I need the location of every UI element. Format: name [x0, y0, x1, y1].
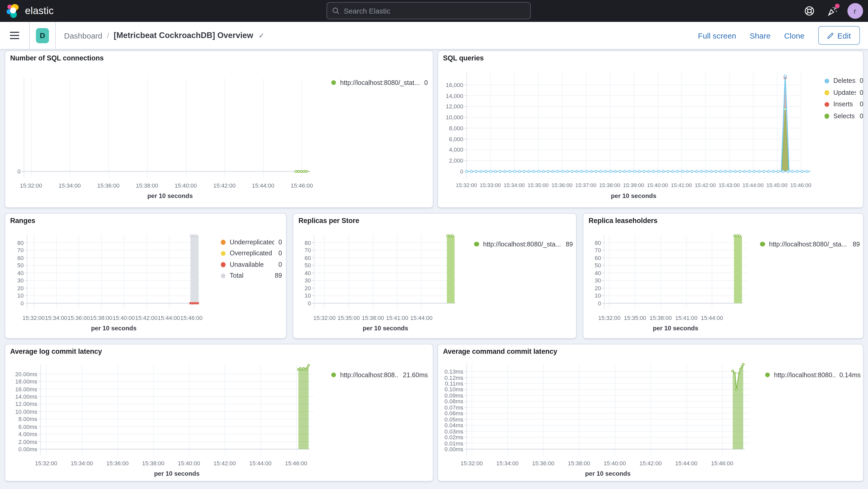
chart-replica-leaseholders: 8070605040302010015:32:0015:35:0015:38:0… — [583, 214, 863, 338]
x-tick-label: 15:36:00 — [93, 182, 124, 189]
x-tick-label: 15:34:00 — [492, 460, 523, 466]
legend-item[interactable]: Updates0 — [824, 87, 863, 98]
share-button[interactable]: Share — [750, 31, 771, 40]
panel-title: Number of SQL connections — [10, 54, 104, 62]
legend-item[interactable]: http://localhost:808...21.60ms — [331, 369, 428, 380]
y-tick-label: 14,000 — [439, 92, 463, 99]
legend-value: 0 — [856, 89, 863, 96]
avatar[interactable]: r — [847, 3, 863, 19]
legend-value: 0 — [274, 250, 282, 257]
y-tick-label: 80 — [584, 239, 601, 246]
space-badge[interactable]: D — [36, 28, 49, 43]
panel-replicas-per-store: 8070605040302010015:32:0015:35:0015:38:0… — [293, 213, 576, 339]
legend-item[interactable]: Underreplicated0 — [221, 237, 282, 248]
y-tick-label: 50 — [294, 262, 311, 268]
x-tick-label: 15:44:00 — [406, 315, 437, 321]
legend-item[interactable]: Overreplicated0 — [221, 248, 282, 259]
edit-button[interactable]: Edit — [818, 26, 860, 45]
check-icon[interactable]: ✓ — [258, 31, 264, 40]
elastic-logo-icon — [6, 4, 21, 18]
x-axis-title: per 10 seconds — [556, 470, 660, 477]
legend-item[interactable]: Unavailable0 — [221, 259, 282, 270]
divider — [55, 22, 56, 49]
legend-value: 0 — [274, 261, 282, 268]
panel-average-command-commit-latency: 0.13ms0.12ms0.11ms0.10ms0.09ms0.08ms0.07… — [437, 344, 864, 482]
legend-value: 0 — [274, 239, 282, 246]
legend-dot — [331, 372, 336, 377]
legend-item[interactable]: Inserts0 — [824, 98, 863, 110]
panel-number-of-sql-connections: 015:32:0015:34:0015:36:0015:38:0015:40:0… — [4, 51, 433, 208]
legend-item[interactable]: http://localhost:8080/_sta...89 — [760, 239, 860, 250]
y-tick-label: 40 — [584, 270, 601, 276]
y-tick-label: 0 — [439, 168, 463, 175]
x-tick-label: 15:42:00 — [209, 460, 240, 466]
y-tick-label: 4.00ms — [6, 431, 37, 437]
y-tick-label: 20 — [6, 285, 24, 291]
x-tick-label: 15:38:00 — [563, 460, 594, 466]
x-tick-label: 15:44:00 — [247, 182, 279, 189]
panel-title: Replica leaseholders — [589, 217, 658, 224]
chart-legend: Underreplicated0Overreplicated0Unavailab… — [221, 237, 282, 281]
y-tick-label: 70 — [294, 247, 311, 253]
y-tick-label: 4,000 — [439, 147, 463, 153]
x-tick-label: 15:32:00 — [16, 182, 46, 189]
legend-label: Inserts — [833, 101, 853, 108]
legend-label: Underreplicated — [230, 239, 274, 246]
search-placeholder: Search Elastic — [344, 6, 391, 15]
legend-dot — [221, 262, 225, 267]
breadcrumb-dashboard[interactable]: Dashboard — [64, 31, 102, 40]
y-tick-label: 2,000 — [439, 157, 463, 163]
search-input[interactable]: Search Elastic — [327, 2, 531, 19]
legend-item[interactable]: Deletes0 — [824, 75, 863, 87]
menu-icon[interactable] — [10, 32, 19, 39]
y-tick-label: 0.05ms — [439, 416, 463, 422]
panel-title: Average log commit latency — [10, 347, 102, 355]
legend-item[interactable]: http://localhost:8080/_stat...0 — [331, 77, 428, 88]
legend-label: Total — [230, 272, 244, 279]
legend-item[interactable]: Total89 — [221, 270, 282, 281]
legend-value: 21.60ms — [399, 371, 428, 378]
y-tick-label: 0.13ms — [439, 368, 463, 375]
news-icon[interactable] — [824, 3, 840, 19]
y-tick-label: 60 — [6, 254, 24, 261]
clone-button[interactable]: Clone — [784, 31, 804, 40]
full-screen-button[interactable]: Full screen — [698, 31, 736, 40]
legend-label: Deletes — [833, 78, 856, 85]
x-tick-label: 15:44:00 — [245, 460, 276, 466]
y-tick-label: 0.11ms — [439, 380, 463, 387]
x-axis-title: per 10 seconds — [125, 470, 229, 477]
y-tick-label: 10.00ms — [6, 408, 37, 415]
panel-title: Average command commit latency — [443, 347, 557, 355]
x-tick-label: 15:34:00 — [66, 460, 97, 466]
breadcrumb: Dashboard / [Metricbeat CockroachDB] Ove… — [64, 31, 265, 40]
legend-dot — [824, 114, 829, 119]
x-tick-label: 15:44:00 — [671, 460, 702, 466]
legend-dot — [474, 242, 479, 247]
chart-legend: http://localhost:8080/_sta...89 — [474, 239, 573, 250]
y-tick-label: 0.10ms — [439, 386, 463, 393]
y-tick-label: 16.00ms — [6, 386, 37, 392]
chart-average-command-commit-latency: 0.13ms0.12ms0.11ms0.10ms0.09ms0.08ms0.07… — [438, 344, 863, 481]
legend-dot — [824, 90, 829, 95]
legend-item[interactable]: http://localhost:8080/_sta...89 — [474, 239, 573, 250]
y-tick-label: 16,000 — [439, 82, 463, 88]
y-tick-label: 0.00ms — [6, 446, 37, 452]
legend-item[interactable]: http://localhost:8080...0.14ms — [765, 369, 861, 380]
y-tick-label: 10 — [6, 293, 24, 299]
y-tick-label: 70 — [584, 247, 601, 253]
x-tick-label: 15:34:00 — [54, 182, 86, 189]
y-tick-label: 40 — [294, 270, 311, 276]
help-icon[interactable] — [801, 3, 817, 19]
elastic-logo[interactable]: elastic — [0, 4, 111, 18]
y-tick-label: 0.09ms — [439, 392, 463, 399]
y-tick-label: 10 — [294, 293, 311, 299]
legend-item[interactable]: Selects0 — [824, 110, 863, 122]
x-tick-label: 15:36:00 — [528, 460, 559, 466]
toolbar-actions: Full screen Share Clone Edit — [698, 26, 868, 45]
legend-label: http://localhost:8080... — [774, 371, 835, 378]
y-tick-label: 0.08ms — [439, 398, 463, 405]
y-tick-label: 30 — [294, 277, 311, 284]
brand-text: elastic — [25, 5, 54, 17]
legend-value: 0.14ms — [835, 371, 861, 378]
legend-value: 0 — [856, 78, 863, 85]
